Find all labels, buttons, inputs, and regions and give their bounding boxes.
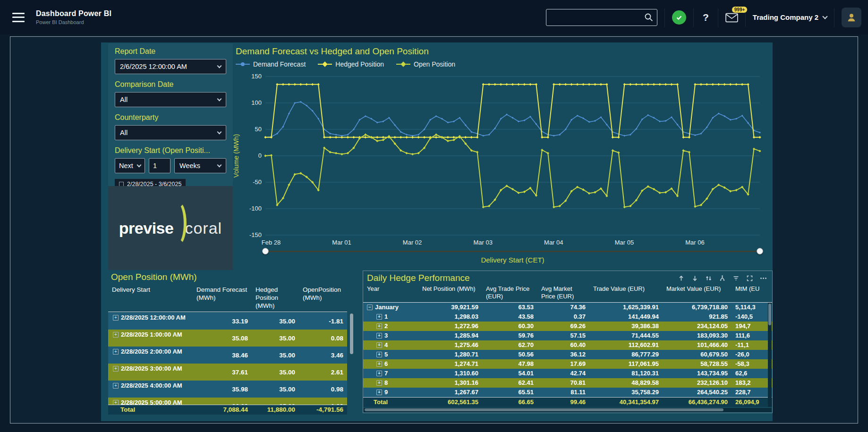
sort-icon[interactable] bbox=[705, 274, 713, 282]
table-row[interactable]: +2/28/2025 12:00:00 AM33.1935.00-1.81 bbox=[108, 313, 347, 330]
table-row[interactable]: +81,301.1662.4170.8148,829.58232,126.101… bbox=[363, 378, 772, 388]
value-cell: 143,734.95 bbox=[663, 369, 732, 378]
table-row[interactable]: +61,274.7147.9817.69117,061.9558,728.55-… bbox=[363, 359, 772, 369]
svg-text:Mar 04: Mar 04 bbox=[544, 239, 563, 246]
column-header[interactable]: Delivery Start bbox=[108, 284, 193, 295]
table-row[interactable]: +41,275.4662.7060.40112,602.91101,466.40… bbox=[363, 340, 772, 350]
logo-arc-icon bbox=[169, 201, 187, 246]
counterparty-dropdown[interactable]: All bbox=[115, 125, 226, 140]
chart-legend: Demand ForecastHedged PositionOpen Posit… bbox=[236, 60, 455, 68]
table-row[interactable]: +2/28/2025 1:00:00 AM35.0835.000.08 bbox=[108, 330, 347, 347]
column-header[interactable]: Year bbox=[363, 284, 418, 294]
legend-item[interactable]: Demand Forecast bbox=[236, 60, 306, 68]
svg-text:50: 50 bbox=[255, 126, 262, 133]
horizontal-scrollbar[interactable] bbox=[364, 408, 772, 412]
column-header[interactable]: Net Position (MWh) bbox=[418, 284, 482, 294]
menu-icon[interactable] bbox=[12, 13, 25, 22]
column-header[interactable]: Avg Market Price (EUR) bbox=[537, 284, 589, 301]
row-label: 5 bbox=[384, 350, 388, 359]
relative-range-unit-dropdown[interactable]: Weeks bbox=[174, 158, 226, 173]
table-row[interactable]: +2/28/2025 5:00:00 AM36.0935.001.09 bbox=[108, 398, 347, 405]
table-row[interactable]: +31,285.9459.7657.1571,444.55183,093.301… bbox=[363, 331, 772, 340]
header-divider bbox=[664, 8, 665, 27]
expand-icon[interactable]: + bbox=[113, 366, 119, 372]
expand-icon[interactable]: + bbox=[376, 323, 382, 329]
column-header[interactable]: Trade Value (EUR) bbox=[589, 284, 663, 294]
value-cell: 3.46 bbox=[299, 352, 347, 359]
svg-text:Feb 28: Feb 28 bbox=[262, 239, 281, 246]
expand-icon[interactable]: + bbox=[113, 315, 119, 321]
table-row[interactable]: +2/28/2025 4:00:00 AM35.9835.000.98 bbox=[108, 381, 347, 398]
table-row[interactable]: +2/28/2025 2:00:00 AM38.4635.003.46 bbox=[108, 347, 347, 364]
expand-icon[interactable]: + bbox=[376, 371, 382, 376]
user-avatar[interactable] bbox=[842, 8, 861, 27]
value-cell: 81,120.31 bbox=[589, 369, 663, 378]
table-row[interactable]: +11,298.0343.580.37141,449.94921.85-140,… bbox=[363, 312, 772, 322]
column-header[interactable]: Hedged Position (MWh) bbox=[252, 284, 299, 311]
value-cell: 74.36 bbox=[537, 303, 589, 312]
value-cell: 1,267.67 bbox=[418, 388, 482, 397]
value-cell: 141,449.94 bbox=[589, 312, 663, 322]
column-header[interactable]: Avg Trade Price (EUR) bbox=[482, 284, 537, 301]
expand-icon[interactable]: + bbox=[113, 400, 119, 405]
svg-text:0: 0 bbox=[258, 152, 262, 159]
expand-icon[interactable]: − bbox=[367, 305, 373, 310]
comparison-date-dropdown[interactable]: All bbox=[115, 92, 226, 107]
column-header[interactable]: OpenPosition (MWh) bbox=[299, 284, 347, 303]
relative-range-amount-input[interactable] bbox=[149, 158, 170, 173]
relative-range-direction-dropdown[interactable]: Next bbox=[115, 158, 145, 173]
horizontal-scrollbar-thumb[interactable] bbox=[365, 408, 723, 411]
expand-icon[interactable]: + bbox=[376, 361, 382, 367]
legend-item[interactable]: Hedged Position bbox=[318, 60, 384, 68]
value-cell: 39,921.59 bbox=[418, 303, 482, 312]
expand-icon[interactable]: + bbox=[113, 383, 119, 389]
expand-icon[interactable]: + bbox=[376, 390, 382, 395]
arrow-down-icon[interactable] bbox=[691, 274, 699, 282]
value-cell: 59.76 bbox=[482, 331, 537, 340]
range-slider-track[interactable] bbox=[265, 251, 760, 252]
expand-icon[interactable]: + bbox=[376, 380, 382, 386]
range-slider-left-handle[interactable] bbox=[262, 248, 269, 254]
report-date-dropdown[interactable]: 2/6/2025 12:00:00 AM bbox=[115, 59, 226, 74]
table-row[interactable]: +51,280.7150.5636.1286,777.2960,679.50-2… bbox=[363, 350, 772, 359]
table-row[interactable]: +71,310.6054.0142.7481,120.31143,734.956… bbox=[363, 369, 772, 378]
table-row[interactable]: +21,272.9660.3069.2639,386.38234,124.051… bbox=[363, 322, 772, 331]
column-header[interactable]: Demand Forecast (MWh) bbox=[193, 284, 252, 303]
mail-icon[interactable]: 999+ bbox=[725, 10, 738, 25]
volume-chart[interactable]: 150100500-50-100-150Feb 28Mar 01Mar 02Ma… bbox=[243, 70, 765, 248]
expand-icon[interactable]: + bbox=[113, 349, 119, 355]
expand-icon[interactable]: + bbox=[113, 332, 119, 338]
range-slider-right-handle[interactable] bbox=[757, 248, 763, 254]
column-header[interactable]: MtM (EU bbox=[732, 284, 773, 294]
column-header[interactable]: Market Value (EUR) bbox=[663, 284, 732, 294]
focus-mode-icon[interactable] bbox=[746, 274, 754, 282]
expand-icon[interactable]: + bbox=[376, 352, 382, 357]
help-icon[interactable]: ? bbox=[701, 12, 711, 23]
legend-item[interactable]: Open Position bbox=[396, 60, 455, 68]
row-label: 8 bbox=[384, 378, 388, 388]
drill-down-icon[interactable] bbox=[718, 274, 726, 282]
delivery-start-cell: 2/28/2025 12:00:00 AM bbox=[121, 314, 186, 322]
more-options-icon[interactable] bbox=[759, 274, 767, 282]
search-input[interactable] bbox=[546, 14, 644, 21]
arrow-up-icon[interactable] bbox=[677, 274, 685, 282]
value-cell: 1,285.94 bbox=[418, 331, 482, 340]
open-position-total-row: Total7,088.4411,880.00-4,791.56 bbox=[108, 405, 347, 415]
expand-icon[interactable]: + bbox=[376, 314, 382, 320]
filter-icon[interactable] bbox=[732, 274, 740, 282]
vertical-scrollbar[interactable] bbox=[768, 303, 772, 407]
expand-icon[interactable]: + bbox=[376, 333, 382, 339]
table-row[interactable]: +91,267.6765.5181.1135,758.29264,540.252… bbox=[363, 388, 772, 397]
table-row[interactable]: +2/28/2025 3:00:00 AM37.6135.002.61 bbox=[108, 364, 347, 381]
value-cell: 65.51 bbox=[482, 388, 537, 397]
vertical-scrollbar-thumb[interactable] bbox=[350, 313, 353, 354]
search-icon[interactable] bbox=[644, 13, 653, 22]
success-check-icon[interactable] bbox=[672, 10, 686, 25]
table-row[interactable]: −January39,921.5963.5374.361,625,339.916… bbox=[363, 303, 772, 312]
value-cell: 35.98 bbox=[193, 386, 252, 393]
app-title: Dashboard Power BI bbox=[36, 9, 111, 18]
vertical-scrollbar-thumb[interactable] bbox=[768, 304, 771, 325]
value-cell: 101,466.40 bbox=[663, 340, 732, 350]
expand-icon[interactable]: + bbox=[376, 342, 382, 348]
company-selector[interactable]: Trading Company 2 bbox=[753, 13, 827, 21]
